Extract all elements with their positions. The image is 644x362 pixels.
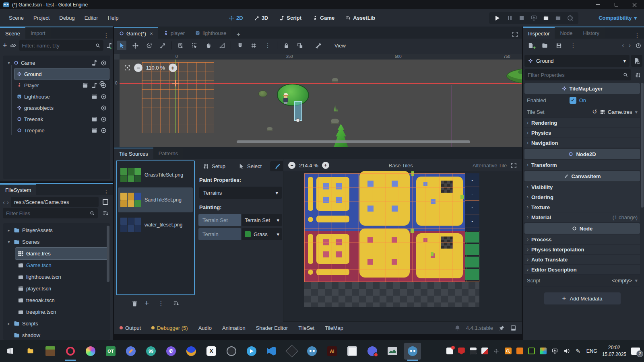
- viewport-tab-lighthouse[interactable]: lighthouse: [190, 27, 231, 39]
- group-rendering[interactable]: ›Rendering: [524, 118, 640, 128]
- audio-button[interactable]: Audio: [198, 325, 212, 331]
- canvas-hscrollbar[interactable]: [120, 140, 522, 144]
- grid-snap-button[interactable]: [249, 41, 258, 50]
- group-auto-translate[interactable]: ›Auto Translate: [524, 255, 640, 265]
- opentoonz-icon[interactable]: OT: [105, 345, 117, 357]
- pen-settings-icon[interactable]: ✎: [575, 348, 582, 354]
- property-options-icon[interactable]: [633, 70, 642, 80]
- file-explorer-icon[interactable]: [24, 345, 36, 357]
- add-metadata-button[interactable]: +Add Metadata: [544, 292, 621, 304]
- lock-button[interactable]: [281, 41, 291, 50]
- tree-row-lighthouse[interactable]: Lighthouse: [14, 91, 109, 102]
- file-filter-input[interactable]: [6, 208, 87, 218]
- revert-icon[interactable]: ↺: [592, 108, 597, 115]
- snap-options-icon[interactable]: ⋮: [262, 42, 273, 49]
- tree-row-treepine[interactable]: Treepine: [14, 125, 109, 136]
- atlas-zoom-in-button[interactable]: +: [322, 162, 329, 169]
- file-row-scripts[interactable]: ▸ Scripts: [4, 318, 109, 329]
- clock[interactable]: 20:0215.07.2025: [602, 344, 626, 357]
- avg-icon[interactable]: [540, 348, 547, 354]
- file-row-game-tscn[interactable]: Game.tscn: [15, 259, 109, 271]
- play-custom-scene-button[interactable]: [553, 14, 563, 23]
- language-indicator[interactable]: ENG: [586, 348, 597, 354]
- view-menu[interactable]: View: [331, 43, 349, 49]
- open-docs-button[interactable]: [631, 55, 642, 67]
- workspace-assetlib[interactable]: AssetLib: [342, 13, 379, 23]
- viber-icon[interactable]: ✆: [165, 345, 177, 357]
- expand-icon[interactable]: ▸: [6, 321, 11, 326]
- group-editor-description[interactable]: ›Editor Description: [524, 265, 640, 275]
- list-select-tool-button[interactable]: [176, 41, 186, 50]
- menu-debug[interactable]: Debug: [54, 12, 79, 23]
- scale-tool-button[interactable]: [158, 41, 167, 50]
- inspector-scrollbar[interactable]: [641, 83, 644, 208]
- start-button[interactable]: [4, 345, 16, 357]
- chevron-down-icon[interactable]: ▾: [635, 109, 638, 115]
- workspace-3d[interactable]: 3D: [251, 13, 272, 23]
- opera-gx-icon[interactable]: [64, 345, 76, 357]
- select-tool-button[interactable]: [117, 41, 126, 50]
- tab-patterns[interactable]: Patterns: [153, 148, 183, 159]
- file-row-scenes[interactable]: ▾ Scenes: [4, 236, 109, 248]
- source-grass-tileset[interactable]: GrassTileSet.png: [118, 162, 193, 187]
- menu-editor[interactable]: Editor: [80, 12, 103, 23]
- zoom-level[interactable]: 110.0 %: [146, 65, 165, 71]
- alternative-tiles-column[interactable]: - - - -: [465, 173, 479, 231]
- stop-button[interactable]: [516, 14, 527, 23]
- smart-snap-button[interactable]: [235, 41, 245, 50]
- capcut-icon[interactable]: X: [205, 345, 217, 357]
- vscode-icon[interactable]: [266, 345, 278, 357]
- renderer-selector[interactable]: Compatibility▾: [599, 15, 637, 21]
- add-source-icon[interactable]: +: [144, 299, 149, 308]
- notification-center-icon[interactable]: 2: [631, 348, 640, 355]
- enabled-checkbox[interactable]: ✓: [570, 97, 576, 104]
- pin-panel-icon[interactable]: [499, 325, 505, 331]
- atlas-expand-icon[interactable]: [511, 162, 517, 169]
- save-resource-button[interactable]: [554, 41, 564, 50]
- terrain-set-dropdown[interactable]: Terrain Set▾: [242, 214, 282, 226]
- sort-files-icon[interactable]: [101, 208, 110, 218]
- filesystem-scrollbar[interactable]: [107, 226, 109, 282]
- debugger-button[interactable]: Debugger (5): [151, 325, 188, 331]
- network-display-icon[interactable]: [551, 348, 558, 354]
- viewport-tab-player[interactable]: player: [158, 27, 190, 39]
- chevron-down-icon[interactable]: ▾: [635, 278, 638, 284]
- atlas-zoom-out-button[interactable]: −: [288, 162, 295, 169]
- workspace-2d[interactable]: 2D: [225, 13, 247, 23]
- menu-scene[interactable]: Scene: [4, 12, 29, 23]
- viewport-tab-game[interactable]: Game(*) ×: [114, 27, 158, 39]
- play-scene-button[interactable]: [541, 14, 551, 23]
- tree-row-treeoak[interactable]: Treeoak: [14, 113, 109, 125]
- godot-icon[interactable]: [306, 345, 318, 357]
- headset-app-icon[interactable]: [185, 345, 197, 357]
- tab-node[interactable]: Node: [555, 27, 578, 39]
- file-row-treepine-tscn[interactable]: treepine.tscn: [15, 306, 109, 318]
- snap-select-tool-button[interactable]: [190, 41, 199, 50]
- illustrator-icon[interactable]: Ai: [326, 345, 338, 357]
- tree-row-player[interactable]: Player: [14, 80, 109, 91]
- history-back-icon[interactable]: ‹: [622, 42, 624, 49]
- group-physics[interactable]: ›Physics: [524, 128, 640, 138]
- menu-help[interactable]: Help: [103, 12, 124, 23]
- viewport-canvas[interactable]: − 110.0 % +: [120, 60, 522, 147]
- add-node-button[interactable]: +: [3, 41, 7, 50]
- group-visibility[interactable]: ›Visibility: [524, 182, 640, 192]
- group-ordering[interactable]: ›Ordering: [524, 192, 640, 202]
- tab-tile-sources[interactable]: Tile Sources: [114, 148, 153, 159]
- movie-maker-icon[interactable]: [565, 14, 575, 23]
- split-mode-icon[interactable]: [101, 197, 110, 207]
- setup-mode-button[interactable]: Setup: [198, 161, 230, 171]
- file-row-playerassets[interactable]: ▸ PlayerAssets: [4, 224, 109, 236]
- tree-row-grassobjects[interactable]: grassobjects: [14, 102, 109, 113]
- new-tab-icon[interactable]: +: [231, 31, 245, 39]
- terrain-dropdown[interactable]: Grass▾: [242, 228, 282, 240]
- tab-scene[interactable]: Scene: [0, 27, 25, 39]
- expand-icon[interactable]: ▸: [6, 228, 11, 232]
- zoom-in-button[interactable]: +: [169, 64, 177, 72]
- search-everything-icon[interactable]: [505, 348, 512, 354]
- property-filter-input[interactable]: [528, 70, 621, 80]
- file-row-game-tres[interactable]: Game.tres: [15, 248, 109, 259]
- panel-menu-icon[interactable]: ⋮: [101, 189, 111, 195]
- zoom-out-button[interactable]: −: [134, 64, 142, 72]
- edit-history-icon[interactable]: [635, 43, 641, 49]
